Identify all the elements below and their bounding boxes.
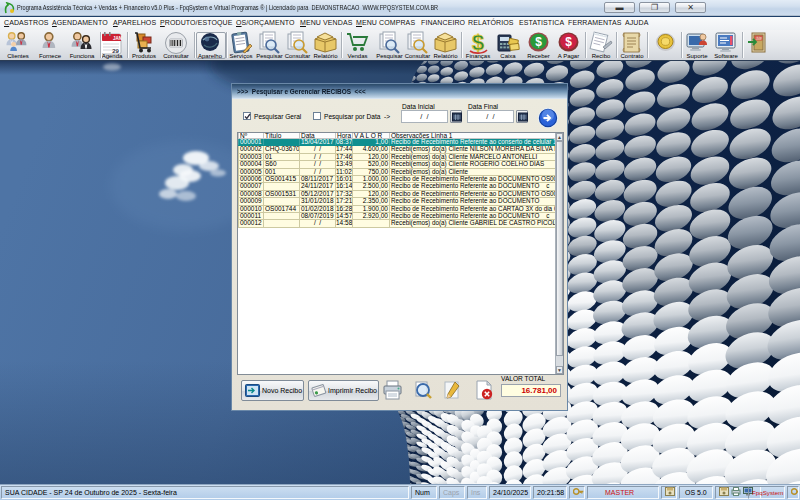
svg-text:$: $ xyxy=(565,35,572,49)
svg-text:JAN: JAN xyxy=(113,36,122,41)
svg-text:$: $ xyxy=(472,31,484,54)
svg-text:$: $ xyxy=(535,35,542,49)
svg-text:EXIT: EXIT xyxy=(755,36,762,40)
